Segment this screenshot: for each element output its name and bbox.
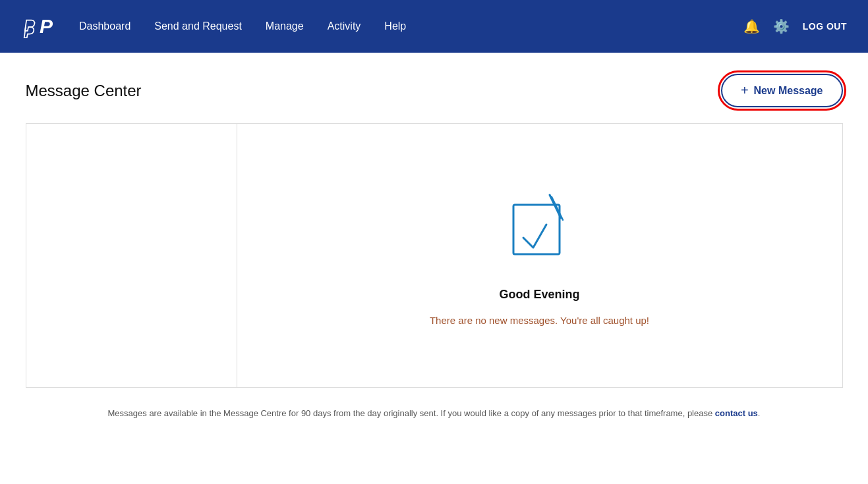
main-content: Message Center + New Message Good Evenin… (13, 53, 856, 434)
navigation: P Dashboard Send and Request Manage Acti… (0, 0, 868, 53)
contact-us-link[interactable]: contact us (715, 408, 758, 418)
empty-message-text: There are no new messages. You're all ca… (430, 315, 649, 326)
plus-icon: + (741, 83, 749, 98)
logout-button[interactable]: LOG OUT (803, 21, 847, 32)
svg-line-2 (552, 197, 563, 220)
new-message-button[interactable]: + New Message (721, 74, 843, 107)
footer-text-part1: Messages are available in the Message Ce… (108, 408, 715, 418)
nav-manage[interactable]: Manage (266, 20, 304, 32)
nav-links: Dashboard Send and Request Manage Activi… (79, 20, 743, 32)
nav-help[interactable]: Help (384, 20, 406, 32)
nav-activity[interactable]: Activity (328, 20, 361, 32)
footer-note: Messages are available in the Message Ce… (26, 388, 843, 434)
empty-state-icon (500, 185, 579, 267)
message-detail-panel: Good Evening There are no new messages. … (237, 124, 842, 387)
notification-icon[interactable]: 🔔 (743, 18, 760, 34)
settings-icon[interactable]: ⚙️ (773, 18, 790, 34)
page-header: Message Center + New Message (26, 74, 843, 107)
nav-dashboard[interactable]: Dashboard (79, 20, 130, 32)
nav-right: 🔔 ⚙️ LOG OUT (743, 18, 847, 34)
message-list-panel (26, 124, 237, 387)
svg-rect-0 (513, 205, 560, 254)
message-panels: Good Evening There are no new messages. … (26, 123, 843, 388)
page-title: Message Center (26, 82, 142, 100)
greeting-text: Good Evening (499, 288, 579, 302)
nav-send-request[interactable]: Send and Request (154, 20, 242, 32)
new-message-label: New Message (754, 85, 823, 97)
footer-text-part2: . (758, 408, 761, 418)
paypal-logo: P (21, 11, 53, 42)
